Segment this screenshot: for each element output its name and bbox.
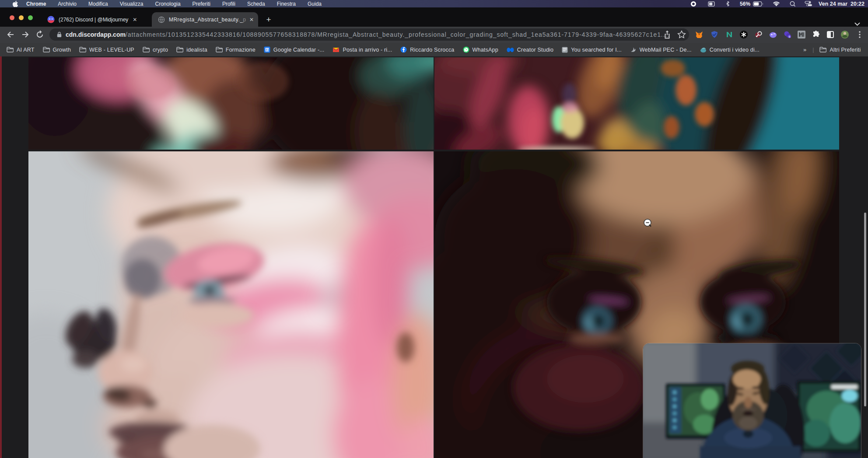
svg-text:31: 31 bbox=[265, 48, 269, 51]
